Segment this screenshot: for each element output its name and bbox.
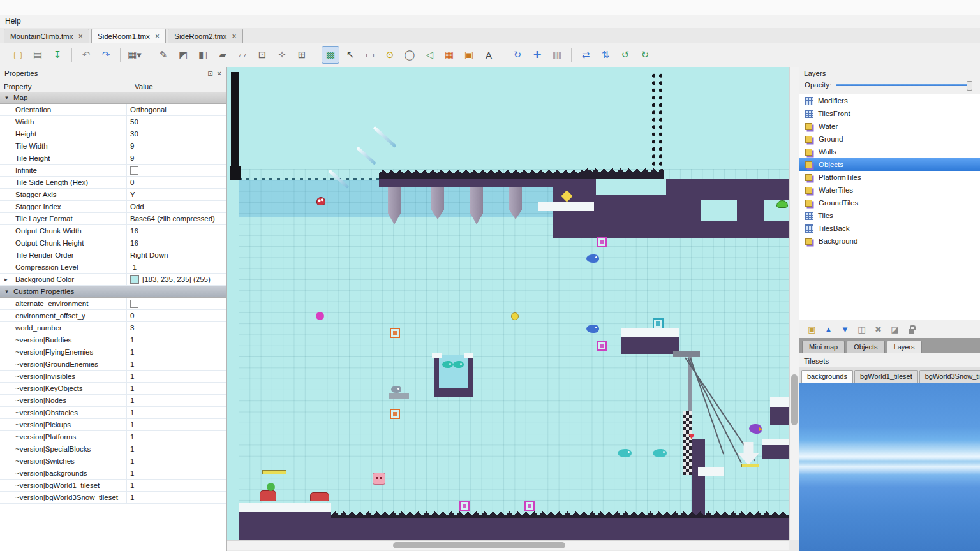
tileset-preview[interactable] <box>799 383 980 551</box>
tileset-tab-bgworld1_tileset[interactable]: bgWorld1_tileset <box>854 370 918 383</box>
property-value[interactable]: 1 <box>127 395 226 406</box>
property-value[interactable]: Orthogonal <box>127 104 226 115</box>
layer-item-platformtiles[interactable]: PlatformTiles <box>799 171 980 184</box>
property-value[interactable]: 30 <box>127 128 226 140</box>
raise-layer-button[interactable]: ▲ <box>821 323 836 335</box>
image-button[interactable]: ▥ <box>548 46 566 64</box>
eraser-tool[interactable]: ▱ <box>234 46 251 64</box>
property-value[interactable]: Base64 (zlib compressed) <box>127 213 226 224</box>
property-row[interactable]: ▸Background Color[183, 235, 235] (255) <box>0 274 226 286</box>
insert-tile-stamp-tool[interactable]: ▦ <box>440 46 458 64</box>
property-row[interactable]: ~version|Nodes1 <box>0 395 226 407</box>
same-tile-select-tool[interactable]: ⊞ <box>293 46 311 64</box>
checkbox[interactable] <box>130 166 138 175</box>
document-tab[interactable]: SideRoom1.tmx✕ <box>91 29 166 43</box>
property-row[interactable]: Tile Side Length (Hex)0 <box>0 177 226 189</box>
redo-button[interactable]: ↷ <box>97 46 115 64</box>
map-view[interactable]: ♥ <box>227 67 789 540</box>
property-value[interactable] <box>127 165 226 176</box>
rotate-right-button[interactable]: ↻ <box>636 46 654 64</box>
lock-layer-button[interactable] <box>904 323 919 335</box>
property-value[interactable]: 1 <box>127 431 226 443</box>
document-tab[interactable]: SideRoom2.tmx✕ <box>168 29 242 43</box>
property-row[interactable]: ~version|Invisibles1 <box>0 371 226 383</box>
property-value[interactable]: 0 <box>127 177 226 188</box>
property-row[interactable]: ~version|Buddies1 <box>0 334 226 346</box>
property-row[interactable]: Compression Level-1 <box>0 261 226 274</box>
property-row[interactable]: ~version|Platforms1 <box>0 431 226 443</box>
property-row[interactable]: ~version|Obstacles1 <box>0 407 226 419</box>
opacity-slider-handle[interactable] <box>967 81 972 91</box>
layer-item-water[interactable]: Water <box>799 120 980 133</box>
property-value[interactable]: 1 <box>127 419 226 430</box>
property-value[interactable] <box>127 298 226 309</box>
property-row[interactable]: Height30 <box>0 128 226 140</box>
layer-item-tiles[interactable]: Tiles <box>799 209 980 222</box>
insert-ellipse-tool[interactable]: ◯ <box>401 46 419 64</box>
checkbox[interactable] <box>130 300 138 308</box>
property-value[interactable]: 1 <box>127 358 226 370</box>
undo-button[interactable]: ↶ <box>77 46 95 64</box>
property-value[interactable]: 9 <box>127 140 226 152</box>
insert-point-tool[interactable]: ⊙ <box>381 46 399 64</box>
layer-item-groundtiles[interactable]: GroundTiles <box>799 196 980 209</box>
property-row[interactable]: environment_offset_y0 <box>0 310 226 322</box>
property-value[interactable]: 1 <box>127 371 226 382</box>
layer-item-objects[interactable]: Objects <box>799 158 980 171</box>
property-value[interactable]: 1 <box>127 407 226 418</box>
property-row[interactable]: ~version|FlyingEnemies1 <box>0 346 226 358</box>
move-tool[interactable]: ✚ <box>528 46 546 64</box>
property-row[interactable]: ~version|KeyObjects1 <box>0 383 226 395</box>
add-layer-button[interactable]: ▣ <box>805 323 819 335</box>
property-value[interactable]: 16 <box>127 237 226 249</box>
layer-item-modifiers[interactable]: Modifiers <box>799 94 980 107</box>
property-row[interactable]: OrientationOrthogonal <box>0 104 226 116</box>
lower-layer-button[interactable]: ▼ <box>838 323 852 335</box>
property-value[interactable]: Right Down <box>127 249 226 261</box>
collapse-icon[interactable]: ▾ <box>3 94 10 101</box>
layer-item-tilesfront[interactable]: TilesFront <box>799 107 980 120</box>
shape-fill-tool[interactable]: ▰ <box>214 46 232 64</box>
property-row[interactable]: ~version|backgrounds1 <box>0 467 226 480</box>
property-row[interactable]: ~version|bgWorld1_tileset1 <box>0 480 226 492</box>
tileset-tab-bgworld3snow_tileset[interactable]: bgWorld3Snow_tileset <box>919 370 980 383</box>
menu-item-help[interactable]: Help <box>0 15 26 27</box>
property-value[interactable]: 1 <box>127 334 226 346</box>
highlight-layer-button[interactable]: ◪ <box>887 323 902 335</box>
map-horizontal-scrollbar[interactable] <box>227 540 789 550</box>
property-row[interactable]: Output Chunk Height16 <box>0 237 226 249</box>
horizontal-scroll-thumb[interactable] <box>393 542 565 548</box>
property-value[interactable]: 0 <box>127 310 226 321</box>
dock-tab-mini-map[interactable]: Mini-map <box>802 341 845 353</box>
property-row[interactable]: Stagger AxisY <box>0 189 226 201</box>
map-vertical-scrollbar[interactable] <box>789 67 799 540</box>
property-value[interactable]: 1 <box>127 455 226 467</box>
property-row[interactable]: Tile Width9 <box>0 140 226 152</box>
float-panel-icon[interactable]: ⊡ <box>207 70 212 77</box>
property-row[interactable]: Width50 <box>0 116 226 128</box>
property-row[interactable]: ~version|SpecialBlocks1 <box>0 443 226 455</box>
snap-options-dropdown[interactable]: ▦▾ <box>126 46 144 64</box>
property-value[interactable]: [183, 235, 235] (255) <box>127 274 226 285</box>
property-value[interactable]: 1 <box>127 346 226 358</box>
property-value[interactable]: -1 <box>127 261 226 273</box>
tileset-tab-backgrounds[interactable]: backgrounds <box>801 370 853 383</box>
dock-tab-layers[interactable]: Layers <box>887 341 922 353</box>
property-section[interactable]: ▾Map <box>0 92 226 104</box>
layer-item-tilesback[interactable]: TilesBack <box>799 222 980 235</box>
expand-icon[interactable]: ▸ <box>4 276 8 283</box>
layer-item-background[interactable]: Background <box>799 235 980 247</box>
automap-button[interactable]: ↻ <box>509 46 526 64</box>
tab-close-icon[interactable]: ✕ <box>78 33 83 40</box>
property-value[interactable]: Y <box>127 189 226 200</box>
layer-item-watertiles[interactable]: WaterTiles <box>799 184 980 196</box>
property-row[interactable]: Tile Height9 <box>0 152 226 165</box>
property-row[interactable]: Tile Layer FormatBase64 (zlib compressed… <box>0 213 226 225</box>
color-swatch[interactable] <box>130 275 139 284</box>
bucket-fill-tool[interactable]: ◧ <box>194 46 212 64</box>
insert-text-tool[interactable]: A <box>480 46 498 64</box>
flip-vertical-button[interactable]: ⇅ <box>597 46 614 64</box>
new-map-button[interactable]: ▢ <box>9 46 27 64</box>
insert-tile-tool[interactable]: ▩ <box>322 46 339 64</box>
insert-rectangle-tool[interactable]: ▭ <box>361 46 379 64</box>
